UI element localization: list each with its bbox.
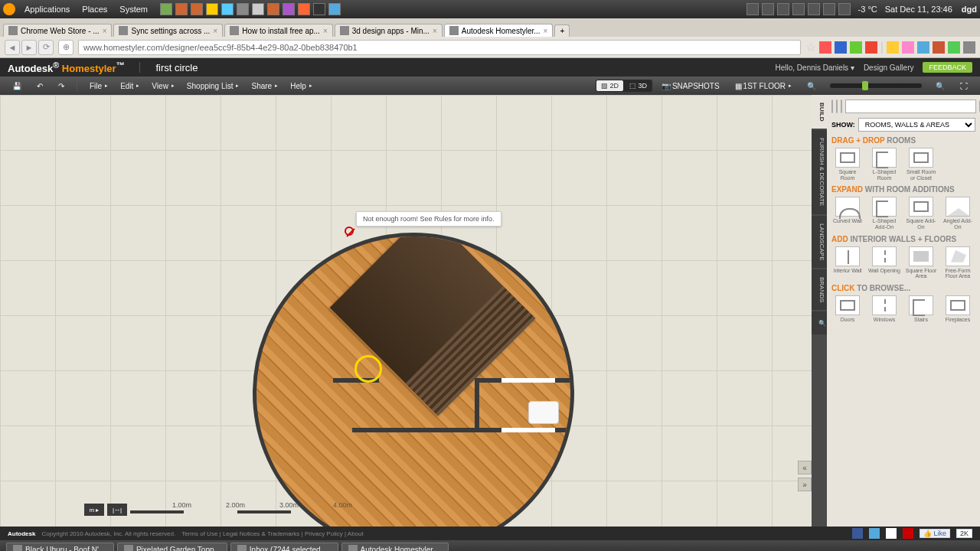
tool-wall-opening[interactable]: Wall Opening xyxy=(868,246,900,279)
view-3d[interactable]: ⬚ 3D xyxy=(625,80,652,91)
hello-user[interactable]: Hello, Dennis Daniels ▾ xyxy=(776,64,854,72)
menu-places[interactable]: Places xyxy=(76,5,113,14)
floor-selector[interactable]: ▦ 1ST FLOOR xyxy=(729,80,798,92)
social-icon[interactable] xyxy=(852,528,863,539)
tool-windows[interactable]: Windows xyxy=(868,295,900,323)
tool-angled-add-on[interactable]: Angled Add-On xyxy=(942,197,974,230)
launcher-icon[interactable] xyxy=(267,3,279,15)
like-button[interactable]: 👍 Like xyxy=(920,529,950,538)
menu-view[interactable]: View xyxy=(145,80,181,92)
tool-free-form-floor-area[interactable]: Free-Form Floor Area xyxy=(942,246,974,279)
fullscreen-icon[interactable]: ⛶ xyxy=(954,80,974,92)
pager-next[interactable]: » xyxy=(798,478,812,491)
view-2d[interactable]: ▧ 2D xyxy=(596,80,623,91)
wrench-icon[interactable] xyxy=(963,41,975,54)
tool-square-room[interactable]: Square Room xyxy=(831,148,864,181)
menu-system[interactable]: System xyxy=(113,5,154,14)
launcher-icon[interactable] xyxy=(191,3,203,15)
launcher-icon[interactable] xyxy=(206,3,218,15)
tool-l-shaped-room[interactable]: L-Shaped Room xyxy=(868,148,900,181)
panel-back-icon[interactable] xyxy=(831,99,833,113)
footer-link[interactable]: Terms of Use xyxy=(181,530,217,537)
tray-icon[interactable] xyxy=(792,3,805,15)
launcher-icon[interactable] xyxy=(160,3,172,15)
tab-close-icon[interactable]: × xyxy=(103,27,107,35)
canvas-area[interactable]: Not enough room! See Rules for more info… xyxy=(0,95,812,527)
ext-icon[interactable] xyxy=(948,41,960,54)
taskbar-window[interactable]: Autodesk Homestyler ... xyxy=(341,543,449,551)
ext-icon[interactable] xyxy=(835,41,847,54)
social-icon[interactable] xyxy=(869,528,880,539)
back-button[interactable]: ◄ xyxy=(5,40,20,55)
wall-opening[interactable] xyxy=(501,428,555,432)
ext-icon[interactable] xyxy=(902,41,914,54)
tool-doors[interactable]: Doors xyxy=(831,295,864,323)
user-text[interactable]: dgd xyxy=(962,5,977,14)
undo-icon[interactable]: ↶ xyxy=(31,80,49,92)
side-tab-brands[interactable]: BRANDS xyxy=(812,269,827,310)
ubuntu-logo-icon[interactable] xyxy=(3,3,15,15)
star-icon[interactable]: ☆ xyxy=(805,40,816,54)
measure-toggle[interactable]: |↔| xyxy=(107,504,127,516)
side-tab-landscape[interactable]: LANDSCAPE xyxy=(812,216,827,268)
unit-toggle[interactable]: m ▸ xyxy=(84,504,104,516)
menu-file[interactable]: File xyxy=(83,80,114,92)
taskbar-window[interactable]: Inbox (7244 selected, ... xyxy=(230,543,338,551)
browser-tab[interactable]: How to install free ap...× xyxy=(224,24,333,37)
launcher-icon[interactable] xyxy=(175,3,188,15)
launcher-icon[interactable] xyxy=(252,3,264,15)
footer-link[interactable]: Privacy Policy xyxy=(305,530,343,537)
tray-icon[interactable] xyxy=(746,3,759,15)
ext-icon[interactable] xyxy=(917,41,929,54)
browser-tab[interactable]: Chrome Web Store - ...× xyxy=(3,24,112,37)
design-gallery-link[interactable]: Design Gallery xyxy=(864,64,914,72)
social-icon[interactable] xyxy=(886,528,897,539)
launcher-icon[interactable] xyxy=(221,3,234,15)
interior-wall[interactable] xyxy=(475,378,479,432)
save-icon[interactable]: 💾 xyxy=(6,80,28,92)
url-input[interactable] xyxy=(78,40,801,55)
footer-link[interactable]: Legal Notices & Trademarks xyxy=(223,530,300,537)
site-icon[interactable]: ⊕ xyxy=(58,40,74,55)
zoom-slider[interactable] xyxy=(830,83,922,88)
ext-icon[interactable] xyxy=(933,41,945,54)
taskbar-window[interactable]: Pixelated Garden Topp... xyxy=(117,543,227,551)
menu-share[interactable]: Share xyxy=(245,80,284,92)
launcher-icon[interactable] xyxy=(328,3,341,15)
toilet-fixture[interactable] xyxy=(528,401,559,424)
tray-icon[interactable] xyxy=(762,3,774,15)
forward-button[interactable]: ► xyxy=(21,40,37,55)
brand-logo[interactable]: Autodesk® Homestyler™ xyxy=(8,60,124,74)
tool-stairs[interactable]: Stairs xyxy=(905,295,937,323)
zoom-out-icon[interactable]: 🔍 xyxy=(801,80,822,92)
tool-square-add-on[interactable]: Square Add-On xyxy=(905,197,937,230)
ext-icon[interactable] xyxy=(819,41,831,54)
tray-icon[interactable] xyxy=(823,3,835,15)
launcher-icon[interactable] xyxy=(237,3,249,15)
launcher-icon[interactable] xyxy=(283,3,295,15)
menu-help[interactable]: Help xyxy=(284,80,318,92)
tool-fireplaces[interactable]: Fireplaces xyxy=(942,295,974,323)
feedback-button[interactable]: FEEDBACK xyxy=(923,62,972,73)
tab-close-icon[interactable]: × xyxy=(213,27,217,35)
reload-button[interactable]: ⟳ xyxy=(38,40,54,55)
menu-edit[interactable]: Edit xyxy=(114,80,145,92)
wall-opening[interactable] xyxy=(501,378,555,383)
panel-search-input[interactable] xyxy=(845,99,976,113)
zoom-in-icon[interactable]: 🔍 xyxy=(929,80,951,92)
show-select[interactable]: ROOMS, WALLS & AREAS xyxy=(858,118,975,132)
tool-square-floor-area[interactable]: Square Floor Area xyxy=(905,246,937,279)
tray-icon[interactable] xyxy=(808,3,820,15)
launcher-icon[interactable] xyxy=(313,3,325,15)
side-tab-build[interactable]: BUILD xyxy=(812,95,827,129)
side-search-icon[interactable]: 🔍 xyxy=(812,311,827,334)
view-toggle[interactable]: ▧ 2D ⬚ 3D xyxy=(596,80,652,92)
new-tab-button[interactable]: + xyxy=(554,24,570,37)
tool-small-room-or-closet[interactable]: Small Room or Closet xyxy=(905,148,937,181)
tray-icon[interactable] xyxy=(777,3,789,15)
tool-l-shaped-add-on[interactable]: L-Shaped Add-On xyxy=(868,197,900,230)
menu-shopping-list[interactable]: Shopping List xyxy=(181,80,246,92)
tray-icon[interactable] xyxy=(838,3,851,15)
browser-tab[interactable]: Sync settings across ...× xyxy=(113,24,223,37)
taskbar-window[interactable]: Black Uhuru - Boof N' ... xyxy=(6,543,114,551)
